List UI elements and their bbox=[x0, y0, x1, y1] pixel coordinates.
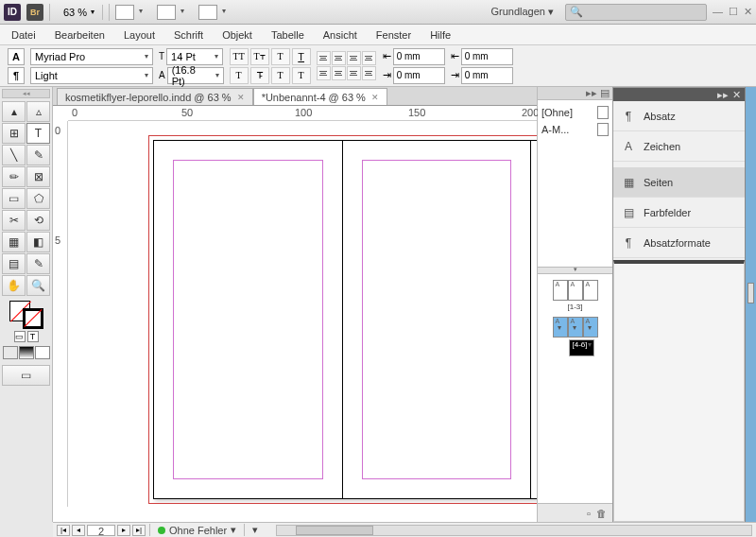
noformat-button[interactable]: T bbox=[292, 67, 311, 84]
page-6[interactable] bbox=[531, 141, 537, 498]
subscript-button[interactable]: T bbox=[230, 67, 249, 84]
left-indent-field[interactable]: 0 mm bbox=[393, 48, 445, 65]
page-canvas[interactable] bbox=[68, 121, 537, 507]
close-dock-icon[interactable]: ✕ bbox=[732, 89, 741, 101]
menu-bearbeiten[interactable]: Bearbeiten bbox=[55, 29, 105, 41]
polygon-tool[interactable]: ⬠ bbox=[26, 188, 50, 209]
free-transform-tool[interactable]: ⟲ bbox=[26, 210, 50, 231]
expand-dock-icon[interactable]: ▸▸ bbox=[717, 89, 729, 101]
underline-button[interactable]: T bbox=[292, 48, 311, 65]
page-tool[interactable]: ⊞ bbox=[2, 123, 26, 144]
apply-none-icon[interactable] bbox=[35, 346, 50, 359]
doc-tab-0[interactable]: kosmetikflyer-leporello.indd @ 63 %✕ bbox=[57, 88, 253, 105]
panel-absatz[interactable]: ¶Absatz bbox=[613, 101, 745, 131]
page-5[interactable] bbox=[343, 141, 532, 498]
note-tool[interactable]: ▤ bbox=[2, 253, 26, 274]
justify-center-button[interactable] bbox=[317, 66, 331, 80]
spread-thumb-2[interactable] bbox=[541, 317, 609, 338]
right-indent-field[interactable]: 0 mm bbox=[393, 67, 445, 84]
apply-color-icon[interactable] bbox=[3, 346, 18, 359]
rectangle-frame-tool[interactable]: ⊠ bbox=[26, 166, 50, 187]
selection-tool[interactable]: ▴ bbox=[2, 101, 26, 122]
screen-mode-tool[interactable]: ▭ bbox=[2, 365, 50, 386]
menu-tabelle[interactable]: Tabelle bbox=[271, 29, 304, 41]
next-page-button[interactable]: ▸ bbox=[117, 525, 130, 536]
vertical-ruler[interactable]: 0 5 bbox=[53, 121, 68, 507]
menu-fenster[interactable]: Fenster bbox=[376, 29, 411, 41]
search-input[interactable]: 🔍 bbox=[565, 4, 707, 21]
bridge-logo-icon[interactable]: Br bbox=[26, 4, 43, 21]
panel-absatzformate[interactable]: ¶Absatzformate bbox=[613, 228, 745, 258]
align-spine-button[interactable] bbox=[362, 66, 376, 80]
char-format-icon[interactable]: A bbox=[8, 48, 25, 65]
minimize-icon[interactable]: — bbox=[713, 6, 723, 18]
para-format-icon[interactable]: ¶ bbox=[8, 67, 25, 84]
gradient-feather-tool[interactable]: ◧ bbox=[26, 232, 50, 252]
panel-farbfelder[interactable]: ▤Farbfelder bbox=[613, 198, 745, 228]
justify-right-button[interactable] bbox=[332, 66, 346, 80]
tab-close-icon[interactable]: ✕ bbox=[237, 93, 245, 102]
page-4[interactable] bbox=[154, 141, 343, 498]
pencil-tool[interactable]: ✏ bbox=[2, 166, 26, 187]
eyedropper-tool[interactable]: ✎ bbox=[26, 253, 50, 274]
align-right-button[interactable] bbox=[347, 51, 361, 65]
last-page-button[interactable]: ▸| bbox=[132, 525, 146, 536]
preflight-status[interactable]: Ohne Fehler ▾ bbox=[149, 524, 244, 536]
justify-all-button[interactable] bbox=[347, 66, 361, 80]
horizontal-ruler[interactable]: 0 50 100 150 200 bbox=[68, 106, 537, 121]
master-a[interactable]: A-M... bbox=[541, 123, 609, 136]
menu-datei[interactable]: Datei bbox=[11, 29, 36, 41]
allcaps-button[interactable]: TT bbox=[230, 48, 249, 65]
menu-ansicht[interactable]: Ansicht bbox=[323, 29, 357, 41]
superscript-button[interactable]: T bbox=[271, 48, 290, 65]
smallcaps-button[interactable]: Tᴛ bbox=[250, 48, 269, 65]
firstline-indent-field[interactable]: 0 mm bbox=[461, 48, 513, 65]
dock-resize-handle[interactable] bbox=[745, 87, 756, 522]
format-text-icon[interactable]: T bbox=[27, 331, 39, 342]
toolbox-collapse-icon[interactable] bbox=[2, 89, 50, 98]
view-options-icon[interactable] bbox=[115, 5, 134, 20]
arrange-docs-icon[interactable] bbox=[198, 5, 217, 20]
fill-stroke-swatch[interactable] bbox=[9, 301, 43, 329]
zoom-level[interactable]: 63 % ▾ bbox=[56, 5, 103, 20]
ligature-button[interactable]: T bbox=[271, 67, 290, 84]
panel-menu-icon[interactable]: ▤ bbox=[600, 87, 610, 99]
panel-zeichen[interactable]: AZeichen bbox=[613, 131, 745, 162]
tab-close-icon[interactable]: ✕ bbox=[371, 93, 379, 102]
status-extra[interactable]: ▾ bbox=[244, 524, 272, 536]
zoom-tool[interactable]: 🔍 bbox=[26, 275, 50, 296]
pages-separator[interactable] bbox=[538, 267, 612, 274]
align-left-button[interactable] bbox=[317, 51, 331, 65]
direct-selection-tool[interactable]: ▵ bbox=[26, 101, 50, 122]
scissors-tool[interactable]: ✂ bbox=[2, 210, 26, 231]
rectangle-tool[interactable]: ▭ bbox=[2, 188, 26, 209]
horizontal-scrollbar[interactable] bbox=[276, 525, 752, 536]
panel-seiten[interactable]: ▦Seiten bbox=[613, 167, 745, 198]
delete-page-icon[interactable]: 🗑 bbox=[596, 508, 607, 519]
menu-layout[interactable]: Layout bbox=[124, 29, 155, 41]
page-number-field[interactable]: 2 bbox=[87, 525, 115, 536]
master-none[interactable]: [Ohne] bbox=[541, 106, 609, 119]
menu-schrift[interactable]: Schrift bbox=[174, 29, 203, 41]
hand-tool[interactable]: ✋ bbox=[2, 275, 26, 296]
font-family-select[interactable]: Myriad Pro bbox=[30, 48, 153, 65]
font-size-select[interactable]: 14 Pt bbox=[166, 48, 223, 65]
type-tool[interactable]: T bbox=[26, 123, 50, 144]
close-icon[interactable]: ✕ bbox=[744, 6, 752, 18]
strike-button[interactable]: T̵ bbox=[250, 67, 269, 84]
menu-hilfe[interactable]: Hilfe bbox=[430, 29, 451, 41]
pen-tool[interactable]: ✎ bbox=[26, 145, 50, 165]
justify-left-button[interactable] bbox=[362, 51, 376, 65]
format-container-icon[interactable]: ▭ bbox=[14, 331, 26, 342]
pages-panel-header[interactable]: ▸▸▤ bbox=[538, 87, 612, 100]
new-page-icon[interactable]: ▫ bbox=[587, 508, 591, 519]
prev-page-button[interactable]: ◂ bbox=[72, 525, 85, 536]
gradient-swatch-tool[interactable]: ▦ bbox=[2, 232, 26, 252]
apply-gradient-icon[interactable] bbox=[19, 346, 34, 359]
spread-thumb-1[interactable] bbox=[541, 280, 609, 301]
panel-collapse-icon[interactable]: ▸▸ bbox=[586, 87, 597, 99]
leading-select[interactable]: (16.8 Pt) bbox=[167, 67, 224, 84]
right-dock-header[interactable]: ▸▸✕ bbox=[613, 88, 745, 101]
font-style-select[interactable]: Light bbox=[30, 67, 153, 84]
menu-objekt[interactable]: Objekt bbox=[222, 29, 252, 41]
